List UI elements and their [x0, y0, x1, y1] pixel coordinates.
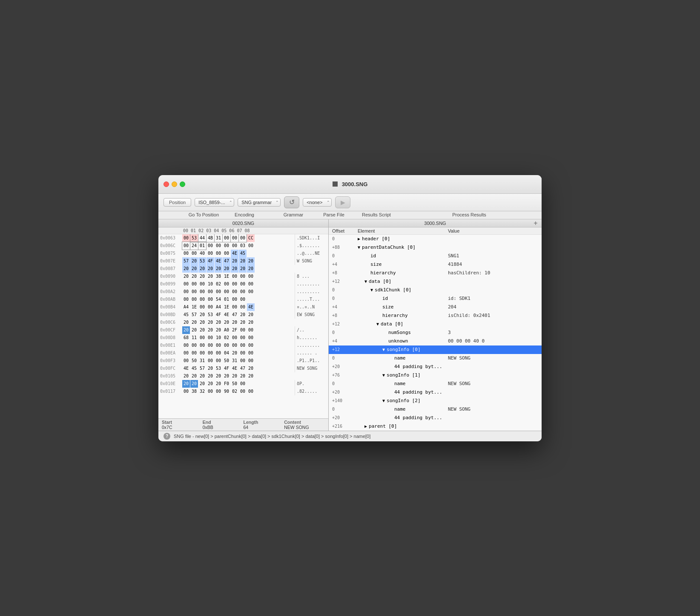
hex-byte[interactable]: 20: [207, 365, 214, 372]
hex-byte[interactable]: 00: [247, 273, 255, 280]
hex-byte[interactable]: 20: [247, 365, 255, 372]
hex-byte[interactable]: 20: [190, 380, 198, 388]
hex-byte[interactable]: 00: [239, 234, 247, 242]
hex-byte[interactable]: 00: [207, 242, 214, 250]
hex-byte[interactable]: 00: [231, 280, 238, 288]
hex-byte[interactable]: 20: [190, 273, 198, 280]
hex-byte[interactable]: 20: [207, 380, 214, 388]
hex-byte[interactable]: 20: [207, 372, 214, 380]
hex-byte[interactable]: 00: [182, 342, 190, 349]
hex-byte[interactable]: 00: [198, 280, 206, 288]
tree-row[interactable]: +4size204: [329, 303, 542, 311]
hex-row[interactable]: 0x00CF2020202020A02F0000/..: [158, 326, 328, 334]
hex-byte[interactable]: 00: [231, 234, 238, 242]
tree-toggle[interactable]: ▼: [382, 345, 385, 354]
hex-byte[interactable]: 45: [190, 365, 198, 372]
hex-byte[interactable]: 00: [223, 250, 230, 257]
hex-byte[interactable]: 00: [215, 357, 222, 365]
hex-byte[interactable]: 00: [231, 288, 238, 296]
hex-byte[interactable]: 04: [223, 349, 230, 357]
hex-row[interactable]: 0x00630053444B31000000CC.SDK1...I: [158, 234, 328, 242]
hex-byte[interactable]: 00: [215, 388, 222, 395]
hex-byte[interactable]: 00: [239, 342, 247, 349]
hex-byte[interactable]: A4: [182, 303, 190, 311]
hex-byte[interactable]: 00: [182, 388, 190, 395]
tree-toggle[interactable]: ▼: [364, 277, 367, 286]
hex-byte[interactable]: 00: [231, 296, 238, 303]
hex-byte[interactable]: 20: [198, 265, 206, 273]
hex-byte[interactable]: 00: [215, 288, 222, 296]
hex-row[interactable]: 0x00D8681100001002000000h.......: [158, 334, 328, 342]
hex-byte[interactable]: 20: [231, 349, 238, 357]
hex-byte[interactable]: 00: [207, 303, 214, 311]
hex-byte[interactable]: 00: [231, 273, 238, 280]
hex-byte[interactable]: 20: [247, 257, 255, 265]
hex-byte[interactable]: 20: [247, 319, 255, 326]
hex-byte[interactable]: 20: [239, 319, 247, 326]
hex-byte[interactable]: 50: [223, 357, 230, 365]
hex-byte[interactable]: 20: [207, 326, 214, 334]
hex-byte[interactable]: 20: [190, 265, 198, 273]
hex-byte[interactable]: 24: [190, 242, 198, 250]
hex-byte[interactable]: 4E: [247, 303, 255, 311]
hex-byte[interactable]: 20: [198, 326, 206, 334]
hex-byte[interactable]: 00: [231, 342, 238, 349]
tree-row[interactable]: 0idSNG1: [329, 252, 542, 260]
hex-byte[interactable]: 00: [215, 250, 222, 257]
hex-byte[interactable]: 00: [198, 303, 206, 311]
hex-byte[interactable]: 00: [239, 388, 247, 395]
hex-byte[interactable]: 02: [231, 388, 238, 395]
hex-byte[interactable]: 20: [207, 265, 214, 273]
tree-row[interactable]: +4unknown00 00 00 40 0: [329, 337, 542, 345]
hex-byte[interactable]: 20: [231, 372, 238, 380]
maximize-button[interactable]: [180, 181, 185, 187]
hex-byte[interactable]: 57: [190, 311, 198, 319]
hex-byte[interactable]: 20: [198, 319, 206, 326]
hex-byte[interactable]: 00: [247, 280, 255, 288]
help-button[interactable]: ?: [164, 433, 170, 440]
hex-byte[interactable]: 31: [215, 234, 222, 242]
hex-byte[interactable]: 20: [247, 311, 255, 319]
hex-byte[interactable]: 00: [207, 288, 214, 296]
hex-byte[interactable]: 47: [223, 257, 230, 265]
hex-byte[interactable]: 00: [247, 357, 255, 365]
hex-byte[interactable]: 00: [231, 334, 238, 342]
hex-byte[interactable]: 4E: [215, 257, 222, 265]
hex-byte[interactable]: 20: [223, 265, 230, 273]
hex-byte[interactable]: 00: [190, 342, 198, 349]
hex-byte[interactable]: 03: [239, 242, 247, 250]
tree-row[interactable]: 0idid: SDK1: [329, 294, 542, 303]
close-button[interactable]: [164, 181, 169, 187]
hex-byte[interactable]: 20: [207, 273, 214, 280]
hex-byte[interactable]: 2F: [231, 326, 238, 334]
hex-byte[interactable]: 4F: [207, 257, 214, 265]
tree-row[interactable]: +2044 padding byt...: [329, 388, 542, 397]
process-results-button[interactable]: ▶: [335, 196, 350, 208]
hex-byte[interactable]: 00: [239, 334, 247, 342]
hex-byte[interactable]: 4E: [231, 250, 238, 257]
hex-row[interactable]: 0x009020202020381E000000 8 ...: [158, 273, 328, 280]
minimize-button[interactable]: [172, 181, 177, 187]
hex-byte[interactable]: 00: [239, 357, 247, 365]
hex-row[interactable]: 0x00AB0000000054010000.....T...: [158, 296, 328, 303]
hex-byte[interactable]: A0: [223, 326, 230, 334]
hex-byte[interactable]: 20: [223, 319, 230, 326]
hex-byte[interactable]: 4E: [223, 311, 230, 319]
hex-byte[interactable]: 1E: [223, 303, 230, 311]
hex-byte[interactable]: 32: [198, 388, 206, 395]
hex-byte[interactable]: 57: [182, 257, 190, 265]
hex-byte[interactable]: 45: [182, 311, 190, 319]
hex-byte[interactable]: 20: [215, 372, 222, 380]
hex-row[interactable]: 0x006C002401000000000300.$.......: [158, 242, 328, 250]
hex-byte[interactable]: 00: [190, 296, 198, 303]
tree-row[interactable]: +4size41884: [329, 260, 542, 269]
hex-byte[interactable]: A4: [215, 303, 222, 311]
hex-byte[interactable]: 31: [198, 357, 206, 365]
hex-row[interactable]: 0x00750000400000004E45..@....NE: [158, 250, 328, 257]
tree-row[interactable]: +8hierarchyisChild: 0x2401: [329, 311, 542, 320]
hex-byte[interactable]: 20: [215, 380, 222, 388]
grammar-select[interactable]: SNG grammar: [238, 198, 281, 207]
hex-byte[interactable]: 20: [239, 265, 247, 273]
hex-byte[interactable]: 11: [190, 334, 198, 342]
hex-byte[interactable]: 57: [198, 365, 206, 372]
